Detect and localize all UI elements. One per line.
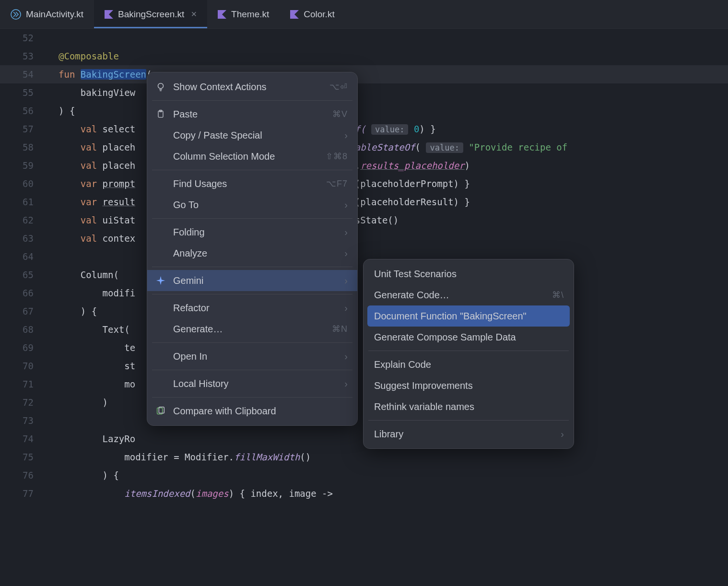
close-icon[interactable]: × — [191, 9, 197, 20]
chevron-right-icon: › — [344, 378, 348, 389]
submenu-item-unit-test-scenarios[interactable]: Unit Test Scenarios — [364, 263, 574, 284]
submenu-item-document-function-bakingscreen[interactable]: Document Function "BakingScreen" — [367, 305, 570, 327]
menu-item-label: Paste — [173, 109, 326, 120]
context-menu: Show Context Actions⌥⏎Paste⌘VCopy / Past… — [147, 72, 358, 426]
menu-separator — [152, 370, 352, 370]
blank-icon — [155, 199, 166, 211]
line-number: 53 — [0, 47, 46, 65]
annotation: @Composable — [59, 51, 119, 61]
tab-label: MainActivity.kt — [26, 9, 83, 20]
menu-item-folding[interactable]: Folding› — [147, 222, 357, 243]
line-number: 65 — [0, 266, 46, 284]
menu-item-label: Compare with Clipboard — [173, 406, 348, 417]
menu-item-refactor[interactable]: Refactor› — [147, 297, 357, 318]
menu-item-local-history[interactable]: Local History› — [147, 373, 357, 394]
menu-item-find-usages[interactable]: Find Usages⌥F7 — [147, 173, 357, 194]
line-number: 58 — [0, 138, 46, 156]
menu-item-gemini[interactable]: Gemini› — [147, 270, 357, 291]
tab-color[interactable]: Color.kt — [280, 0, 345, 28]
line-number: 56 — [0, 102, 46, 120]
submenu-item-generate-compose-sample-data[interactable]: Generate Compose Sample Data — [364, 327, 574, 348]
function-name-selected: BakingScreen — [81, 69, 146, 80]
submenu-item-label: Library — [374, 429, 554, 440]
chevron-right-icon: › — [344, 351, 348, 362]
menu-item-analyze[interactable]: Analyze› — [147, 243, 357, 264]
line-number: 57 — [0, 120, 46, 138]
menu-separator — [152, 294, 352, 294]
line-number: 64 — [0, 247, 46, 266]
kotlin-main-icon — [11, 9, 21, 20]
menu-separator — [368, 351, 569, 351]
chevron-right-icon: › — [344, 227, 348, 238]
kotlin-file-icon — [290, 10, 299, 19]
menu-shortcut: ⌘N — [332, 324, 348, 334]
svg-point-1 — [158, 83, 164, 89]
submenu-item-label: Suggest Improvements — [374, 380, 564, 391]
menu-separator — [152, 342, 352, 343]
submenu-item-library[interactable]: Library› — [364, 423, 574, 445]
kotlin-file-icon — [105, 10, 113, 19]
menu-shortcut: ⌥⏎ — [329, 82, 348, 92]
menu-item-label: Refactor — [173, 303, 338, 314]
line-number: 76 — [0, 466, 46, 484]
chevron-right-icon: › — [344, 303, 348, 314]
line-number: 69 — [0, 339, 46, 357]
submenu-item-rethink-variable-names[interactable]: Rethink variable names — [364, 396, 574, 417]
line-number: 63 — [0, 229, 46, 247]
tab-bar: MainActivity.kt BakingScreen.kt × Theme.… — [0, 0, 728, 29]
submenu-item-explain-code[interactable]: Explain Code — [364, 354, 574, 375]
line-number: 59 — [0, 156, 46, 175]
tab-theme[interactable]: Theme.kt — [207, 0, 280, 28]
line-number: 62 — [0, 211, 46, 229]
tab-label: Color.kt — [304, 9, 334, 20]
menu-separator — [152, 397, 352, 398]
menu-item-label: Copy / Paste Special — [173, 130, 338, 141]
menu-item-label: Go To — [173, 199, 338, 211]
gemini-submenu: Unit Test ScenariosGenerate Code…⌘\Docum… — [363, 259, 574, 449]
tab-mainactivity[interactable]: MainActivity.kt — [0, 0, 94, 28]
blank-icon — [155, 302, 166, 314]
line-number: 52 — [0, 29, 46, 47]
tab-bakingscreen[interactable]: BakingScreen.kt × — [94, 0, 207, 28]
clipboard-icon — [155, 108, 166, 120]
menu-item-open-in[interactable]: Open In› — [147, 346, 357, 367]
blank-icon — [155, 129, 166, 141]
menu-shortcut: ⌘V — [332, 109, 348, 119]
menu-item-column-selection-mode[interactable]: Column Selection Mode⇧⌘8 — [147, 146, 357, 167]
blank-icon — [155, 226, 166, 238]
menu-item-label: Local History — [173, 378, 338, 389]
menu-item-label: Find Usages — [173, 178, 319, 189]
menu-separator — [368, 420, 569, 421]
kotlin-file-icon — [218, 10, 226, 19]
menu-item-go-to[interactable]: Go To› — [147, 194, 357, 215]
menu-shortcut: ⌥F7 — [326, 178, 348, 189]
submenu-item-suggest-improvements[interactable]: Suggest Improvements — [364, 375, 574, 396]
line-number: 72 — [0, 393, 46, 411]
line-number: 75 — [0, 448, 46, 466]
menu-item-copy-paste-special[interactable]: Copy / Paste Special› — [147, 125, 357, 146]
menu-shortcut: ⌘\ — [552, 290, 564, 300]
blank-icon — [155, 351, 166, 362]
submenu-item-label: Unit Test Scenarios — [374, 269, 564, 280]
bulb-icon — [155, 81, 166, 93]
tab-label: BakingScreen.kt — [118, 9, 184, 20]
menu-item-compare-with-clipboard[interactable]: Compare with Clipboard — [147, 400, 357, 422]
menu-item-show-context-actions[interactable]: Show Context Actions⌥⏎ — [147, 76, 357, 97]
line-number: 68 — [0, 320, 46, 339]
menu-item-generate[interactable]: Generate…⌘N — [147, 318, 357, 340]
param-hint: value: — [426, 142, 463, 153]
line-number: 77 — [0, 484, 46, 503]
submenu-item-label: Rethink variable names — [374, 401, 564, 412]
menu-item-label: Gemini — [173, 275, 338, 286]
submenu-item-label: Generate Code… — [374, 290, 545, 301]
menu-item-label: Show Context Actions — [173, 82, 323, 93]
line-number: 67 — [0, 302, 46, 320]
line-number: 60 — [0, 175, 46, 193]
submenu-item-generate-code[interactable]: Generate Code…⌘\ — [364, 284, 574, 305]
compare-icon — [155, 405, 166, 417]
gemini-icon — [155, 275, 166, 286]
blank-icon — [155, 151, 166, 162]
menu-item-label: Generate… — [173, 324, 325, 335]
param-hint: value: — [371, 124, 408, 135]
menu-item-paste[interactable]: Paste⌘V — [147, 104, 357, 125]
